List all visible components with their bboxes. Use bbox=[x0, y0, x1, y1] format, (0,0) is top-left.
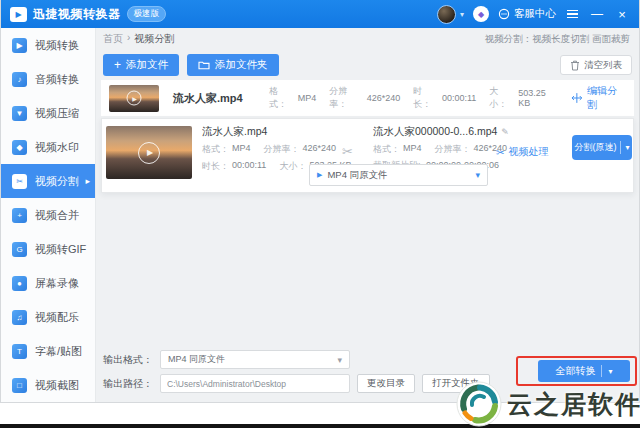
watermark-logo-icon bbox=[455, 380, 503, 428]
sidebar-item-label: 音频转换 bbox=[35, 72, 79, 87]
edit-split-icon bbox=[571, 92, 583, 104]
output-file-name: 流水人家000000-0...6.mp4 bbox=[373, 125, 497, 139]
format-label: 格式： bbox=[202, 143, 229, 156]
sidebar: ▶ 视频转换 ♪ 音频转换 ▼ 视频压缩 ◆ 视频水印 ✂ 视频分割 ▸ + 视… bbox=[1, 28, 96, 402]
video-process-link[interactable]: ✂ 视频处理 bbox=[496, 145, 548, 159]
format-label: 格式： bbox=[373, 143, 400, 156]
play-icon[interactable]: ▶ bbox=[138, 142, 160, 164]
duration-value: 00:00:11 bbox=[442, 93, 476, 103]
video-watermark-icon: ◆ bbox=[12, 140, 27, 155]
resolution-label: 分辨率： bbox=[264, 143, 300, 156]
video-music-icon: ♫ bbox=[12, 310, 27, 325]
convert-all-button[interactable]: 全部转换 ▾ bbox=[538, 360, 630, 382]
breadcrumb-current: 视频分割 bbox=[134, 32, 174, 46]
sidebar-item-label: 视频压缩 bbox=[35, 106, 79, 121]
screen-record-icon: ● bbox=[12, 276, 27, 291]
video-merge-icon: + bbox=[12, 208, 27, 223]
rename-pencil-icon[interactable]: ✎ bbox=[501, 127, 509, 137]
sidebar-item-video-split[interactable]: ✂ 视频分割 ▸ bbox=[1, 164, 95, 198]
scissors-icon: ✂ bbox=[496, 147, 504, 158]
sidebar-item-label: 字幕/贴图 bbox=[35, 344, 82, 359]
video-thumbnail[interactable]: ▶ bbox=[109, 85, 159, 112]
app-logo-glyph: ▶ bbox=[15, 10, 21, 19]
breadcrumb: 首页 › 视频分割 bbox=[103, 32, 174, 46]
add-folder-button[interactable]: 添加文件夹 bbox=[187, 54, 279, 76]
sidebar-item-video-screenshot[interactable]: □ 视频截图 bbox=[1, 368, 95, 402]
change-dir-button[interactable]: 更改目录 bbox=[357, 374, 415, 393]
edit-split-label: 编辑分割 bbox=[587, 84, 626, 112]
video-screenshot-icon: □ bbox=[12, 378, 27, 393]
menu-icon[interactable] bbox=[565, 8, 580, 21]
close-button[interactable]: × bbox=[614, 7, 630, 22]
duration-value: 00:00:11 bbox=[232, 160, 266, 173]
add-file-button[interactable]: + 添加文件 bbox=[103, 54, 179, 76]
output-format-label: 输出格式： bbox=[103, 353, 153, 367]
video-split-icon: ✂ bbox=[12, 174, 27, 189]
service-center-label: 客服中心 bbox=[514, 7, 556, 21]
scissors-icon: ✂ bbox=[342, 144, 353, 159]
breadcrumb-row: 首页 › 视频分割 视频分割：视频长度切割 画面裁剪 bbox=[103, 28, 630, 50]
output-format-select[interactable]: MP4 同原文件 ▾ bbox=[160, 350, 350, 369]
sidebar-item-label: 视频合并 bbox=[35, 208, 79, 223]
file-row[interactable]: ▶ 流水人家.mp4 格式：MP4 分辨率：426*240 时长：00:00:1… bbox=[101, 80, 634, 116]
sidebar-item-screen-record[interactable]: ● 屏幕录像 bbox=[1, 266, 95, 300]
size-label: 大小： bbox=[489, 85, 515, 111]
video-process-label: 视频处理 bbox=[508, 145, 548, 159]
resolution-value: 426*240 bbox=[367, 93, 401, 103]
file-meta: 格式：MP4 分辨率：426*240 时长：00:00:11 大小：503.25… bbox=[269, 85, 571, 111]
watermark: 云之居软件园 bbox=[455, 380, 640, 428]
sidebar-item-video-merge[interactable]: + 视频合并 bbox=[1, 198, 95, 232]
file-name: 流水人家.mp4 bbox=[173, 91, 259, 106]
vip-gem-glyph: ◆ bbox=[478, 10, 484, 19]
sidebar-item-label: 视频分割 bbox=[35, 174, 79, 189]
chevron-down-icon: ▾ bbox=[608, 367, 612, 376]
trash-icon bbox=[570, 60, 580, 71]
duration-label: 时长： bbox=[202, 160, 229, 173]
clear-list-button[interactable]: 清空列表 bbox=[560, 55, 632, 75]
segment-format-select[interactable]: ▶ MP4 同原文件 ▾ bbox=[309, 164, 488, 186]
minimize-button[interactable]: — bbox=[589, 7, 605, 21]
source-file-name: 流水人家.mp4 bbox=[202, 125, 364, 139]
chevron-down-icon: ▾ bbox=[475, 170, 480, 180]
toolbar: + 添加文件 添加文件夹 清空列表 bbox=[103, 53, 632, 77]
add-folder-label: 添加文件夹 bbox=[215, 58, 268, 72]
sidebar-item-label: 视频配乐 bbox=[35, 310, 79, 325]
play-icon: ▶ bbox=[127, 91, 142, 106]
format-label: 格式： bbox=[269, 85, 295, 111]
source-meta-line-1: 格式：MP4 分辨率：426*240 bbox=[202, 143, 364, 156]
format-value: MP4 bbox=[232, 143, 251, 156]
sidebar-item-video-convert[interactable]: ▶ 视频转换 bbox=[1, 28, 95, 62]
breadcrumb-separator: › bbox=[127, 32, 130, 46]
split-button-label: 分割(原速) bbox=[574, 141, 616, 154]
sidebar-item-video-watermark[interactable]: ◆ 视频水印 bbox=[1, 130, 95, 164]
sidebar-item-subtitle-sticker[interactable]: T 字幕/贴图 bbox=[1, 334, 95, 368]
format-value: MP4 bbox=[403, 143, 422, 156]
chat-bubble-icon bbox=[498, 8, 510, 20]
app-logo-icon: ▶ bbox=[10, 7, 27, 22]
duration-label: 时长： bbox=[413, 85, 439, 111]
split-button[interactable]: 分割(原速) ▾ bbox=[572, 135, 632, 160]
folder-icon bbox=[198, 60, 210, 70]
avatar[interactable] bbox=[437, 5, 456, 24]
edit-split-button[interactable]: 编辑分割 bbox=[571, 84, 626, 112]
vip-badge-icon[interactable]: ◆ bbox=[473, 6, 489, 22]
format-option-icon: ▶ bbox=[317, 171, 322, 179]
sidebar-item-audio-convert[interactable]: ♪ 音频转换 bbox=[1, 62, 95, 96]
output-format-row: 输出格式： MP4 同原文件 ▾ bbox=[103, 350, 350, 369]
service-center-link[interactable]: 客服中心 bbox=[498, 7, 556, 21]
sidebar-item-video-to-gif[interactable]: G 视频转GIF bbox=[1, 232, 95, 266]
main-content: 首页 › 视频分割 视频分割：视频长度切割 画面裁剪 + 添加文件 添加文件夹 … bbox=[97, 28, 638, 401]
chevron-down-icon: ▾ bbox=[337, 355, 342, 365]
sidebar-item-video-compress[interactable]: ▼ 视频压缩 bbox=[1, 96, 95, 130]
page-hint: 视频分割：视频长度切割 画面裁剪 bbox=[485, 33, 630, 46]
titlebar-controls: ▾ ◆ 客服中心 — × bbox=[437, 5, 630, 24]
breadcrumb-home[interactable]: 首页 bbox=[103, 32, 123, 46]
output-path-input[interactable] bbox=[160, 374, 350, 393]
avatar-caret-icon[interactable]: ▾ bbox=[460, 10, 464, 19]
chevron-right-icon: ▸ bbox=[85, 176, 90, 186]
watermark-text: 云之居软件园 bbox=[507, 388, 640, 421]
sidebar-item-video-music[interactable]: ♫ 视频配乐 bbox=[1, 300, 95, 334]
video-to-gif-icon: G bbox=[12, 242, 27, 257]
video-thumbnail-large[interactable]: ▶ bbox=[106, 126, 192, 179]
size-value: 503.25 KB bbox=[518, 88, 558, 108]
